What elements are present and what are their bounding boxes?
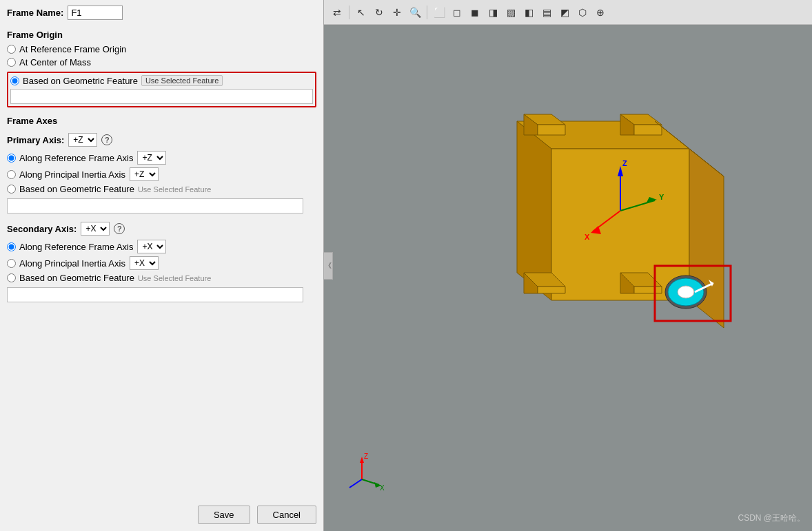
origin-option-ref: At Reference Frame Origin (7, 44, 316, 54)
pri-inertia-select[interactable]: +Z-Z+X-X+Y-Y (130, 167, 159, 181)
bottom-buttons: Save Cancel (198, 506, 316, 524)
origin-option-com: At Center of Mass (7, 57, 316, 67)
svg-point-21 (678, 286, 694, 298)
toolbar-icon-box1[interactable]: ⬜ (432, 5, 447, 20)
toolbar-icon-hex[interactable]: ⬡ (575, 5, 590, 20)
toolbar-sep-2 (427, 6, 427, 19)
geometric-feature-input-origin[interactable] (10, 89, 313, 104)
left-panel: Frame Name: Frame Origin At Reference Fr… (0, 0, 324, 531)
frame-axes-title: Frame Axes (7, 116, 316, 126)
geometric-feature-wrapper: Based on Geometric Feature Use Selected … (7, 72, 316, 107)
secondary-axis-help-icon[interactable]: ? (114, 223, 125, 234)
label-pri-geom[interactable]: Based on Geometric Feature (19, 184, 134, 194)
toolbar-icon-box8[interactable]: ◩ (557, 5, 572, 20)
cancel-button[interactable]: Cancel (257, 506, 316, 524)
secondary-axis-row: Secondary Axis: +X-X+Y-Y+Z-Z ? (7, 222, 316, 236)
use-feature-gray-primary: Use Selected Feature (138, 185, 211, 194)
label-at-center-mass[interactable]: At Center of Mass (19, 57, 91, 67)
toolbar-icon-swap[interactable]: ⇄ (329, 5, 345, 20)
frame-name-row: Frame Name: (7, 6, 316, 20)
right-panel: ⇄ ↖ ↻ ✛ 🔍 ⬜ ◻ ◼ ◨ ▨ ◧ ▤ ◩ ⬡ ⊕ (324, 0, 812, 531)
watermark: CSDN @王哈哈。 (738, 512, 805, 524)
toolbar-icon-rotate[interactable]: ↻ (372, 5, 387, 20)
save-button[interactable]: Save (198, 506, 250, 524)
radio-pri-ref-axis[interactable] (7, 154, 16, 163)
label-pri-inertia[interactable]: Along Principal Inertia Axis +Z-Z+X-X+Y-… (19, 167, 159, 181)
svg-text:X: X (380, 484, 385, 492)
viewport-svg: Z Y X Z X (324, 25, 812, 531)
svg-marker-15 (634, 287, 662, 293)
toolbar-icon-box2[interactable]: ◻ (449, 5, 465, 20)
label-sec-geom[interactable]: Based on Geometric Feature (19, 273, 134, 283)
toolbar-icon-box3[interactable]: ◼ (467, 5, 483, 20)
toolbar-icon-select[interactable]: ↖ (354, 5, 369, 20)
viewport-toolbar: ⇄ ↖ ↻ ✛ 🔍 ⬜ ◻ ◼ ◨ ▨ ◧ ▤ ◩ ⬡ ⊕ (324, 0, 812, 25)
radio-at-center-mass[interactable] (7, 58, 16, 67)
primary-axis-help-icon[interactable]: ? (101, 134, 112, 145)
toolbar-icon-box7[interactable]: ▤ (539, 5, 554, 20)
sec-inertia-select[interactable]: +X-X+Y-Y+Z-Z (130, 256, 159, 270)
svg-text:Z: Z (364, 452, 368, 460)
primary-geom-row: Based on Geometric Feature Use Selected … (7, 184, 316, 194)
radio-sec-ref-axis[interactable] (7, 242, 16, 251)
toolbar-icon-box5[interactable]: ▨ (503, 5, 518, 20)
secondary-ref-axis-row: Along Reference Frame Axis +X-X+Y-Y+Z-Z (7, 240, 316, 253)
frame-name-input[interactable] (68, 6, 123, 20)
toolbar-icon-box6[interactable]: ◧ (521, 5, 536, 20)
primary-axis-select[interactable]: +Z -Z +X -X +Y -Y (68, 133, 97, 147)
sec-ref-axis-select[interactable]: +X-X+Y-Y+Z-Z (137, 240, 166, 253)
toolbar-icon-move[interactable]: ✛ (389, 5, 405, 20)
label-at-ref-origin[interactable]: At Reference Frame Origin (19, 44, 126, 54)
toolbar-icon-box4[interactable]: ◨ (485, 5, 500, 20)
label-pri-ref-axis[interactable]: Along Reference Frame Axis +Z-Z+X-X+Y-Y (19, 151, 166, 165)
collapse-panel-button[interactable]: 《 (323, 252, 333, 280)
secondary-axis-select[interactable]: +X-X+Y-Y+Z-Z (81, 222, 110, 236)
radio-sec-inertia[interactable] (7, 259, 16, 268)
frame-origin-title: Frame Origin (7, 30, 316, 40)
use-feature-btn-origin[interactable]: Use Selected Feature (141, 75, 223, 86)
toolbar-sep-1 (349, 6, 349, 19)
label-sec-inertia[interactable]: Along Principal Inertia Axis +X-X+Y-Y+Z-… (19, 256, 159, 270)
radio-based-geometric[interactable] (10, 76, 19, 85)
radio-at-ref-origin[interactable] (7, 45, 16, 54)
primary-geom-input[interactable] (7, 198, 303, 214)
viewport-3d: Z Y X Z X (324, 25, 812, 531)
primary-axis-label: Primary Axis: (7, 135, 64, 145)
primary-axis-row: Primary Axis: +Z -Z +X -X +Y -Y ? (7, 133, 316, 147)
radio-pri-inertia[interactable] (7, 170, 16, 179)
secondary-axis-label: Secondary Axis: (7, 224, 77, 234)
frame-name-label: Frame Name: (7, 8, 63, 18)
radio-pri-geom[interactable] (7, 185, 16, 194)
svg-marker-6 (538, 125, 565, 135)
pri-ref-axis-select[interactable]: +Z-Z+X-X+Y-Y (137, 151, 166, 165)
toolbar-icon-zoom[interactable]: 🔍 (407, 5, 423, 20)
secondary-inertia-row: Along Principal Inertia Axis +X-X+Y-Y+Z-… (7, 256, 316, 270)
origin-option-geom: Based on Geometric Feature Use Selected … (10, 75, 313, 86)
svg-marker-9 (634, 125, 662, 135)
primary-ref-axis-row: Along Reference Frame Axis +Z-Z+X-X+Y-Y (7, 151, 316, 165)
primary-inertia-row: Along Principal Inertia Axis +Z-Z+X-X+Y-… (7, 167, 316, 181)
use-feature-gray-secondary: Use Selected Feature (138, 274, 211, 282)
label-based-geometric[interactable]: Based on Geometric Feature (23, 76, 138, 86)
svg-text:Y: Y (659, 193, 664, 201)
secondary-geom-input[interactable] (7, 287, 303, 302)
label-sec-ref-axis[interactable]: Along Reference Frame Axis +X-X+Y-Y+Z-Z (19, 240, 166, 253)
svg-marker-12 (538, 287, 565, 293)
radio-sec-geom[interactable] (7, 273, 16, 282)
svg-text:Z: Z (622, 159, 627, 167)
toolbar-icon-cross[interactable]: ⊕ (593, 5, 608, 20)
secondary-geom-row: Based on Geometric Feature Use Selected … (7, 273, 316, 283)
svg-text:X: X (585, 233, 590, 241)
